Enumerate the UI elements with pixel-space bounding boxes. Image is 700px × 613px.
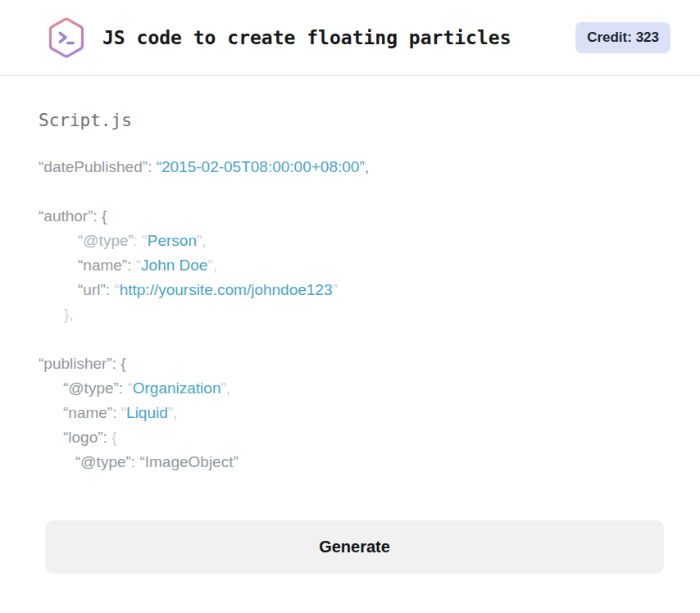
code-token-value: Organization xyxy=(133,379,221,397)
code-line: }, xyxy=(39,302,667,327)
code-line: “logo”: { xyxy=(39,425,667,450)
code-line: “author”: { xyxy=(39,204,667,229)
code-line-blank xyxy=(39,179,667,204)
code-token-value: Liquid xyxy=(126,404,168,421)
code-token-key: “name”: xyxy=(63,404,121,421)
code-line: “publisher”: { xyxy=(39,352,667,376)
code-token-muted: ”, xyxy=(197,232,207,249)
code-token-muted: }, xyxy=(64,306,74,323)
code-line: “@type”: “ImageObject” xyxy=(39,450,667,475)
code-token-key: “name”: xyxy=(78,257,136,274)
code-token-muted: ”, xyxy=(207,257,217,274)
code-lines: “datePublished”: “2015-02-05T08:00:00+08… xyxy=(39,155,667,475)
page-title: JS code to create floating particles xyxy=(102,27,575,48)
code-token-value: John Doe xyxy=(141,257,207,274)
code-token-key: “url”: xyxy=(78,281,114,298)
header: JS code to create floating particles Cre… xyxy=(0,0,700,76)
script-filename: Script.js xyxy=(39,109,667,132)
code-token-muted: ”, xyxy=(220,379,230,397)
code-token-value: Person xyxy=(148,232,197,249)
code-token-muted: { xyxy=(111,429,116,446)
code-line: “datePublished”: “2015-02-05T08:00:00+08… xyxy=(39,155,667,179)
code-token-key: “logo”: xyxy=(63,429,111,446)
code-token-key: “datePublished”: xyxy=(39,158,157,175)
code-token-muted: ”, xyxy=(168,404,178,421)
code-line: “@type”: “Person”, xyxy=(39,229,667,253)
terminal-hexagon-logo-icon xyxy=(45,14,88,61)
code-token-value: “2015-02-05T08:00:00+08:00”, xyxy=(157,158,369,175)
code-token-keyLight: “@type” xyxy=(78,232,134,249)
code-token-muted: ” xyxy=(333,281,338,298)
code-token-key: “@type”: xyxy=(63,379,127,397)
code-line-blank xyxy=(39,327,667,352)
code-token-key: “publisher”: { xyxy=(39,355,126,372)
generate-button[interactable]: Generate xyxy=(45,520,664,574)
code-token-key: “author”: { xyxy=(39,207,107,225)
code-line: “@type”: “Organization”, xyxy=(39,376,667,401)
code-panel: Script.js “datePublished”: “2015-02-05T0… xyxy=(0,76,700,475)
code-token-value: http://yoursite.com/johndoe123 xyxy=(120,281,333,298)
code-token-key: “@type”: “ImageObject” xyxy=(75,453,239,470)
credit-badge: Credit: 323 xyxy=(575,22,670,53)
code-line: “name”: “John Doe”, xyxy=(39,253,667,278)
code-token-muted: : xyxy=(134,232,143,249)
code-line: “url”: “http://yoursite.com/johndoe123” xyxy=(39,278,667,302)
code-line: “name”: “Liquid”, xyxy=(39,401,667,425)
